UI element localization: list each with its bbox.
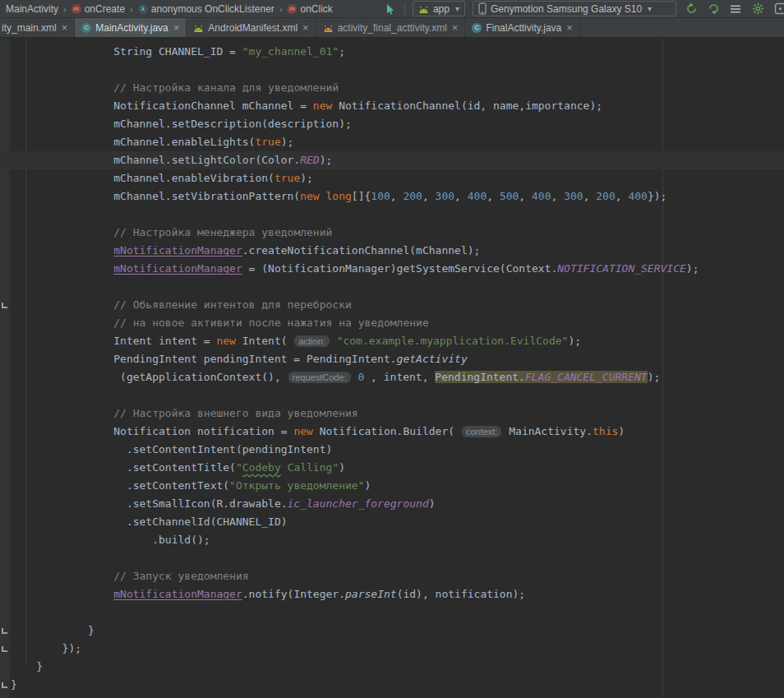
phone-icon	[478, 2, 487, 15]
code-line-5[interactable]: mChannel.setDescription(description);	[0, 115, 784, 133]
code-line-27[interactable]: .setChannelId(CHANNEL_ID)	[0, 513, 784, 531]
code-line-22[interactable]: Notification notification = new Notifica…	[0, 423, 784, 441]
tab-androidmanifest-xml[interactable]: AndroidManifest.xml×	[187, 18, 316, 37]
code-area[interactable]: String CHANNEL_ID = "my_channel_01"; // …	[0, 43, 784, 694]
breadcrumb-label: onCreate	[85, 3, 125, 15]
code-line-18[interactable]: PendingIntent pendingIntent = PendingInt…	[0, 350, 784, 368]
chevron-down-icon: ▾	[648, 4, 652, 13]
code-line-34[interactable]: });	[0, 640, 784, 658]
apply-changes-icon[interactable]	[684, 2, 699, 16]
breadcrumb-item-mainactivity[interactable]: MainActivity	[3, 2, 61, 16]
fold-marker[interactable]	[2, 303, 7, 308]
xml-layout-icon	[323, 23, 334, 33]
code-line-24[interactable]: .setContentTitle("Codeby Calling")	[0, 459, 784, 477]
breadcrumbs: MainActivity›monCreate›λanonymous OnClic…	[3, 2, 335, 16]
tab-label: ity_main.xml	[2, 22, 57, 34]
tab-bar: ity_main.xml×CMainActivity.java×AndroidM…	[0, 18, 784, 38]
code-line-6[interactable]: mChannel.enableLights(true);	[0, 133, 784, 151]
tab-close-icon[interactable]: ×	[173, 21, 180, 34]
code-line-33[interactable]: }	[0, 622, 784, 640]
toolbar-separator	[404, 2, 405, 16]
code-line-20[interactable]	[0, 386, 784, 404]
android-icon	[418, 4, 429, 14]
android-icon	[193, 23, 204, 33]
editor[interactable]: String CHANNEL_ID = "my_channel_01"; // …	[0, 38, 784, 698]
code-line-32[interactable]	[0, 603, 784, 622]
tab-finalacttivity-java[interactable]: CFinalActtivity.java×	[465, 18, 579, 37]
code-line-35[interactable]: }	[0, 658, 784, 676]
method-icon: m	[71, 4, 81, 14]
breadcrumb-label: anonymous OnClickListener	[151, 3, 274, 15]
tab-close-icon[interactable]: ×	[302, 21, 309, 34]
device-select[interactable]: Genymotion Samsung Galaxy S10 ▾	[473, 1, 676, 16]
code-line-7[interactable]: mChannel.setLightColor(Color.RED);	[0, 151, 784, 169]
main-toolbar: app ▾ Genymotion Samsung Galaxy S10 ▾	[382, 1, 781, 16]
method-icon: m	[287, 4, 297, 14]
list-icon[interactable]	[728, 2, 743, 16]
tab-label: MainActivity.java	[95, 22, 168, 34]
code-line-1[interactable]: String CHANNEL_ID = "my_channel_01";	[0, 43, 784, 61]
breadcrumb-label: onClick	[300, 3, 332, 15]
tab-label: AndroidManifest.xml	[208, 22, 297, 34]
code-line-28[interactable]: .build();	[0, 531, 784, 549]
breadcrumb-separator: ›	[129, 4, 134, 14]
tab-close-icon[interactable]: ×	[62, 21, 68, 34]
tab-label: FinalActtivity.java	[486, 22, 561, 34]
more-tools-icon[interactable]	[772, 2, 784, 16]
code-line-8[interactable]: mChannel.enableVibration(true);	[0, 169, 784, 187]
code-line-11[interactable]: // Настройка менеджера уведомлений	[0, 224, 784, 242]
breadcrumb-separator: ›	[279, 4, 284, 14]
code-line-15[interactable]: // Обьявление интентов для переброски	[0, 296, 784, 314]
anonymous-class-icon: λ	[138, 4, 148, 14]
code-line-3[interactable]: // Настройка канала для уведомлений	[0, 79, 784, 97]
breadcrumb-item-anonymous-onclicklistener[interactable]: λanonymous OnClickListener	[136, 2, 277, 16]
code-line-9[interactable]: mChannel.setVibrationPattern(new long[]{…	[0, 187, 784, 206]
run-config-label: app	[433, 3, 450, 15]
code-line-26[interactable]: .setSmallIcon(R.drawable.ic_launcher_for…	[0, 495, 784, 513]
tab-close-icon[interactable]: ×	[566, 21, 573, 34]
code-line-29[interactable]	[0, 549, 784, 567]
device-label: Genymotion Samsung Galaxy S10	[491, 3, 642, 15]
run-config-select[interactable]: app ▾	[413, 1, 465, 16]
apply-code-changes-icon[interactable]	[706, 2, 721, 16]
breadcrumb-separator: ›	[62, 4, 67, 14]
breadcrumb-label: MainActivity	[6, 3, 58, 15]
code-line-23[interactable]: .setContentIntent(pendingIntent)	[0, 441, 784, 459]
code-line-36[interactable]: }	[0, 676, 784, 694]
code-line-19[interactable]: (getApplicationContext(), requestCode: 0…	[0, 368, 784, 386]
tab-activity-final-acttivity-xml[interactable]: activity_final_acttivity.xml×	[316, 18, 466, 37]
fold-marker[interactable]	[2, 646, 7, 652]
tab-label: activity_final_acttivity.xml	[338, 22, 447, 34]
gear-icon[interactable]	[750, 2, 765, 16]
fold-marker[interactable]	[2, 628, 7, 634]
code-line-13[interactable]: mNotificationManager = (NotificationMana…	[0, 260, 784, 278]
class-icon: C	[81, 23, 91, 33]
code-line-12[interactable]: mNotificationManager.createNotificationC…	[0, 242, 784, 260]
code-line-31[interactable]: mNotificationManager.notify(Integer.pars…	[0, 585, 784, 603]
fold-marker[interactable]	[2, 682, 7, 688]
breadcrumb-item-oncreate[interactable]: monCreate	[69, 2, 127, 16]
code-line-21[interactable]: // Настройка внешнего вида уведомления	[0, 404, 784, 423]
class-icon: C	[472, 23, 482, 33]
code-line-17[interactable]: Intent intent = new Intent( action: "com…	[0, 332, 784, 350]
code-line-25[interactable]: .setContentText("Открыть уведомление")	[0, 477, 784, 495]
code-line-4[interactable]: NotificationChannel mChannel = new Notif…	[0, 97, 784, 115]
navigation-bar: MainActivity›monCreate›λanonymous OnClic…	[0, 0, 784, 18]
code-line-10[interactable]	[0, 206, 784, 224]
chevron-down-icon: ▾	[455, 4, 459, 13]
tab-ity-main-xml[interactable]: ity_main.xml×	[0, 18, 75, 37]
cursor-icon[interactable]	[382, 2, 397, 16]
code-line-16[interactable]: // на новое активити после нажатия на ув…	[0, 314, 784, 332]
tab-mainactivity-java[interactable]: CMainActivity.java×	[75, 18, 187, 37]
code-line-2[interactable]	[0, 61, 784, 79]
tab-close-icon[interactable]: ×	[452, 21, 459, 34]
code-line-30[interactable]: // Запуск уведомления	[0, 567, 784, 585]
code-line-14[interactable]	[0, 278, 784, 296]
breadcrumb-item-onclick[interactable]: monClick	[284, 2, 334, 16]
